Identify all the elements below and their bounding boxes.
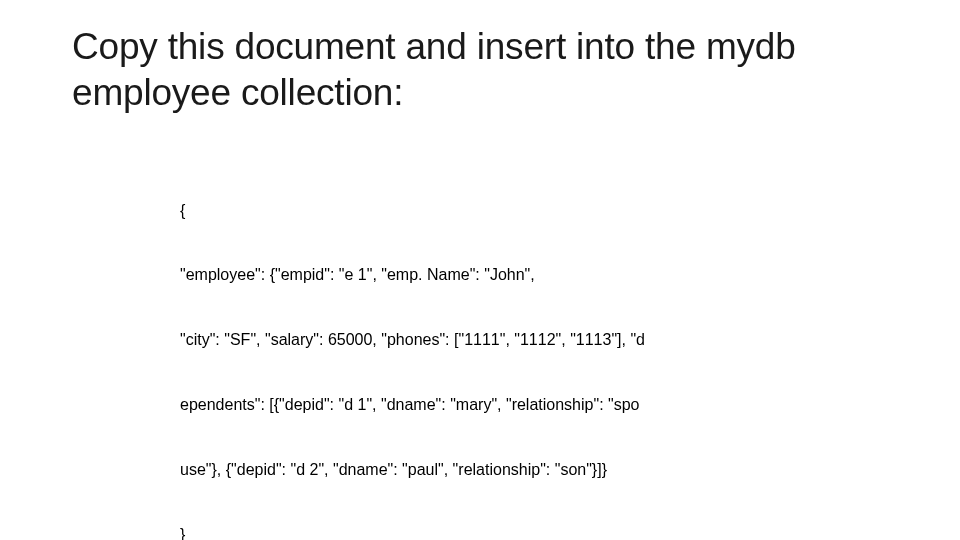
code-block: { "employee": {"empid": "e 1", "emp. Nam… xyxy=(180,157,700,541)
code-line: "employee": {"empid": "e 1", "emp. Name"… xyxy=(180,264,700,286)
slide-title: Copy this document and insert into the m… xyxy=(72,24,888,117)
code-line: { xyxy=(180,200,700,222)
code-line: ependents": [{"depid": "d 1", "dname": "… xyxy=(180,394,700,416)
code-line: "city": "SF", "salary": 65000, "phones":… xyxy=(180,329,700,351)
slide-container: Copy this document and insert into the m… xyxy=(0,0,960,540)
code-line: } xyxy=(180,524,700,540)
code-line: use"}, {"depid": "d 2", "dname": "paul",… xyxy=(180,459,700,481)
